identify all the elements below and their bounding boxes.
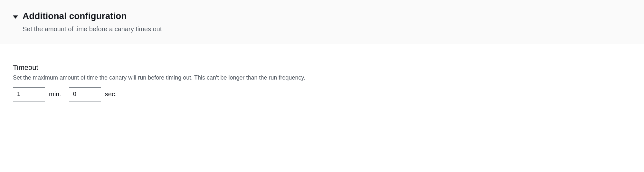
timeout-seconds-input[interactable] xyxy=(69,87,101,101)
timeout-label: Timeout xyxy=(13,63,631,72)
expandable-section-header[interactable]: Additional configuration Set the amount … xyxy=(0,0,644,44)
section-content: Timeout Set the maximum amount of time t… xyxy=(0,44,644,114)
section-subtitle: Set the amount of time before a canary t… xyxy=(23,24,631,33)
caret-down-icon xyxy=(13,15,18,19)
seconds-unit-label: sec. xyxy=(105,91,117,98)
timeout-description: Set the maximum amount of time the canar… xyxy=(13,74,631,82)
timeout-minutes-input[interactable] xyxy=(13,87,45,101)
section-title: Additional configuration xyxy=(23,10,127,22)
timeout-input-row: min. sec. xyxy=(13,87,631,101)
minutes-unit-label: min. xyxy=(49,91,61,98)
